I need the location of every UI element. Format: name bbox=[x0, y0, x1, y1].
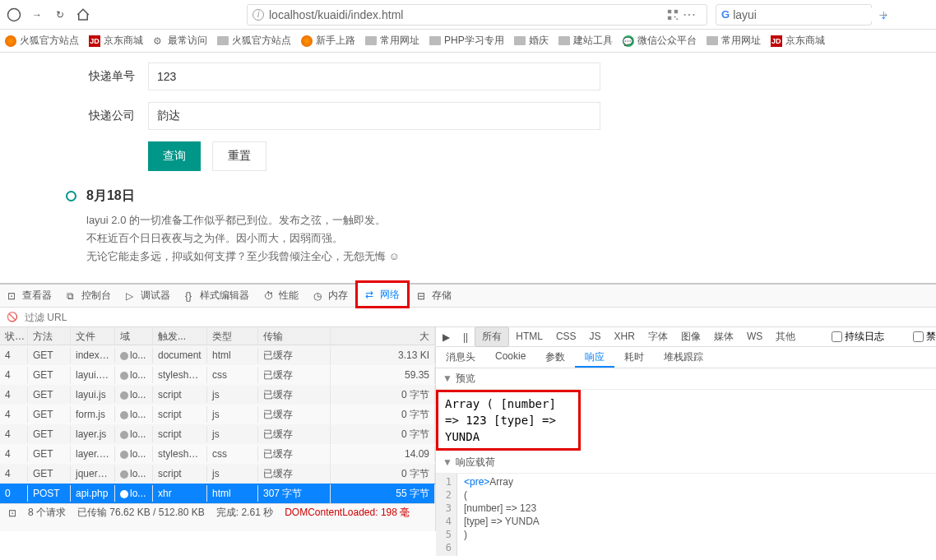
filter-type[interactable]: JS bbox=[583, 328, 608, 345]
devtools-tab-6[interactable]: ⇄网络 bbox=[355, 280, 410, 308]
company-input[interactable] bbox=[148, 102, 600, 130]
folder-icon bbox=[514, 36, 526, 45]
url-bar[interactable]: i ··· bbox=[247, 4, 707, 25]
timeline-dot bbox=[66, 191, 76, 201]
home-icon[interactable] bbox=[76, 7, 90, 22]
network-row[interactable]: 4GETlayer.jslo...scriptjs已缓存0 字节 bbox=[0, 424, 435, 444]
back-icon[interactable] bbox=[7, 7, 21, 22]
bookmark-item[interactable]: 微信公众平台 bbox=[623, 34, 697, 48]
submit-button[interactable]: 查询 bbox=[148, 141, 201, 171]
filter-type[interactable]: 其他 bbox=[769, 328, 802, 345]
timeline-line: layui 2.0 的一切准备工作似乎都已到位。发布之弦，一触即发。 bbox=[86, 211, 400, 229]
filter-url-input[interactable] bbox=[25, 312, 148, 323]
bookmark-item[interactable]: 常用网址 bbox=[365, 34, 419, 48]
pause-icon[interactable]: || bbox=[456, 329, 475, 345]
filter-type[interactable]: 字体 bbox=[642, 328, 674, 345]
search-input[interactable] bbox=[733, 8, 877, 21]
bookmark-item[interactable]: 最常访问 bbox=[153, 34, 207, 48]
detail-tab[interactable]: Cookie bbox=[485, 347, 535, 368]
search-bar[interactable]: G → bbox=[716, 4, 872, 25]
response-payload: 123456 <pre>Array( [number] => 123 [type… bbox=[436, 474, 936, 556]
bookmark-item[interactable]: JD京东商城 bbox=[771, 34, 825, 48]
network-row[interactable]: 4GETlayui.jslo...scriptjs已缓存0 字节 bbox=[0, 385, 435, 405]
folder-icon bbox=[365, 36, 377, 45]
svg-point-0 bbox=[8, 8, 21, 21]
persist-checkbox[interactable] bbox=[832, 331, 842, 342]
network-table-header: 状态 方法 文件 域 触发... 类型 传输 大 bbox=[0, 327, 435, 345]
network-row[interactable]: 0POSTapi.phplo...xhrhtml307 字节55 字节 bbox=[0, 484, 435, 503]
bookmark-item[interactable]: PHP学习专用 bbox=[429, 34, 504, 48]
detail-tab[interactable]: 堆栈跟踪 bbox=[654, 347, 713, 368]
no-throttle-icon[interactable]: 🚫 bbox=[7, 312, 18, 322]
reload-icon[interactable]: ↻ bbox=[53, 7, 67, 22]
detail-tab[interactable]: 参数 bbox=[535, 347, 575, 368]
fx-icon bbox=[5, 35, 16, 47]
devtools-tab-4[interactable]: ⏱性能 bbox=[257, 285, 306, 307]
network-status-bar: ⊡ 8 个请求 已传输 76.62 KB / 512.80 KB 完成: 2.6… bbox=[0, 503, 435, 521]
cog-icon bbox=[153, 35, 164, 47]
filter-type[interactable]: 媒体 bbox=[707, 328, 740, 345]
play-icon[interactable]: ▶ bbox=[436, 329, 456, 345]
bookmark-item[interactable]: 常用网址 bbox=[707, 34, 761, 48]
svg-rect-1 bbox=[668, 9, 671, 12]
site-info-icon[interactable]: i bbox=[253, 9, 264, 21]
company-label: 快递公司 bbox=[0, 109, 148, 123]
qr-icon[interactable] bbox=[667, 9, 679, 21]
devtools-tab-2[interactable]: ▷调试器 bbox=[118, 285, 178, 307]
bookmark-item[interactable]: 火狐官方站点 bbox=[5, 34, 79, 48]
express-no-input[interactable] bbox=[148, 62, 600, 90]
reset-button[interactable]: 重置 bbox=[212, 141, 266, 171]
network-row[interactable]: 4GETform.jslo...scriptjs已缓存0 字节 bbox=[0, 405, 435, 424]
bookmark-item[interactable]: 新手上路 bbox=[301, 34, 355, 48]
bookmark-item[interactable]: 婚庆 bbox=[514, 34, 549, 48]
folder-icon bbox=[217, 36, 229, 45]
devtools-tab-7[interactable]: ⊟存储 bbox=[410, 285, 459, 307]
disable-cache-checkbox[interactable] bbox=[913, 331, 924, 342]
response-preview: Array ( [number] => 123 [type] => YUNDA bbox=[436, 390, 581, 451]
devtools-tab-1[interactable]: ⧉控制台 bbox=[59, 285, 118, 307]
timeline-line: 不枉近百个日日夜夜与之为伴。因小而大，因弱而强。 bbox=[86, 229, 400, 248]
fx-icon bbox=[301, 35, 313, 47]
forward-icon[interactable]: → bbox=[30, 7, 44, 22]
downloads-icon[interactable]: ↓ bbox=[880, 7, 887, 22]
detail-tab[interactable]: 耗时 bbox=[614, 347, 654, 368]
jd-icon: JD bbox=[771, 35, 782, 47]
url-input[interactable] bbox=[269, 8, 667, 21]
filter-type[interactable]: HTML bbox=[509, 328, 549, 345]
url-more-icon[interactable]: ··· bbox=[679, 9, 702, 21]
toggle-icon[interactable]: ⊡ bbox=[8, 507, 16, 519]
filter-type[interactable]: XHR bbox=[608, 328, 642, 345]
timeline-line: 无论它能走多远，抑或如何支撑？至少我曾倾注全心，无怨无悔 ☺ bbox=[86, 248, 400, 266]
svg-rect-2 bbox=[674, 9, 678, 12]
devtools-tab-0[interactable]: ⊡查看器 bbox=[0, 285, 59, 307]
jd-icon: JD bbox=[89, 35, 100, 47]
filter-type[interactable]: WS bbox=[740, 328, 769, 345]
folder-icon bbox=[429, 36, 441, 45]
express-no-label: 快递单号 bbox=[0, 69, 148, 84]
network-row[interactable]: 4GETlayer.c...lo...stylesheetcss已缓存14.09 bbox=[0, 444, 435, 464]
network-row[interactable]: 4GETlayui.csslo...stylesheetcss已缓存59.35 bbox=[0, 365, 435, 385]
folder-icon bbox=[707, 36, 718, 45]
bookmarks-bar: 火狐官方站点JD京东商城最常访问火狐官方站点新手上路常用网址PHP学习专用婚庆建… bbox=[0, 30, 936, 53]
devtools-tab-5[interactable]: ◷内存 bbox=[306, 285, 355, 307]
bookmark-item[interactable]: JD京东商城 bbox=[89, 34, 143, 48]
bookmark-item[interactable]: 建站工具 bbox=[558, 34, 613, 48]
filter-all[interactable]: 所有 bbox=[475, 326, 509, 347]
svg-rect-4 bbox=[674, 16, 676, 17]
network-row[interactable]: 4GETjquery.jslo...scriptjs已缓存0 字节 bbox=[0, 464, 435, 484]
timeline-title: 8月18日 bbox=[86, 187, 400, 205]
svg-rect-3 bbox=[668, 16, 671, 19]
folder-icon bbox=[558, 36, 570, 45]
svg-rect-5 bbox=[676, 18, 678, 20]
bookmark-item[interactable]: 火狐官方站点 bbox=[217, 34, 291, 48]
wx-icon bbox=[623, 35, 634, 47]
detail-tab[interactable]: 消息头 bbox=[436, 347, 485, 368]
network-row[interactable]: 4GETindex....lo...documenthtml已缓存3.13 KI bbox=[0, 345, 435, 365]
detail-tab[interactable]: 响应 bbox=[575, 347, 614, 368]
filter-type[interactable]: 图像 bbox=[674, 328, 707, 345]
devtools-tab-3[interactable]: {}样式编辑器 bbox=[178, 285, 257, 307]
filter-type[interactable]: CSS bbox=[549, 328, 583, 345]
